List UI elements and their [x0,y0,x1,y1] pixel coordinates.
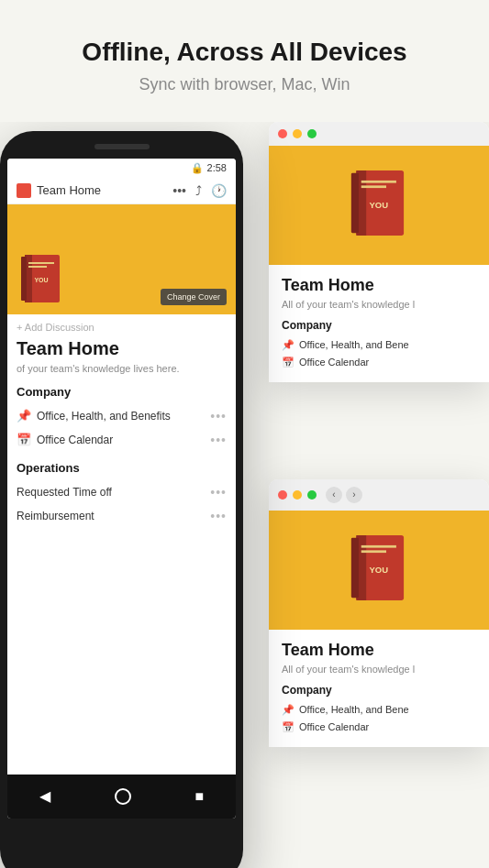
traffic-light-yellow-2[interactable] [293,490,302,500]
change-cover-button[interactable]: Change Cover [161,289,227,305]
nav-arrows: ‹ › [326,487,362,503]
bottom-nav: ◀ ■ [7,775,236,819]
hero-title: Offline, Across All Devices [18,37,471,68]
devices-container: 🔒 2:58 Team Home ••• ⤴ 🕐 [0,122,489,868]
status-bar: 🔒 2:58 [7,159,236,178]
status-time: 2:58 [207,162,227,173]
browser-list-item: 📅 Office Calendar [282,719,476,736]
svg-rect-9 [361,185,385,188]
add-discussion[interactable]: + Add Discussion [17,322,227,333]
cover-area: YOU Change Cover [7,204,236,314]
browser-list-item: 📅 Office Calendar [282,354,476,371]
back-button[interactable]: ◀ [39,787,50,805]
item-reimbursement[interactable]: Reimbursement [17,510,94,522]
pin-icon: 📌 [17,409,31,423]
browser-item-1[interactable]: Office, Health, and Bene [299,339,409,350]
list-item: Requested Time off ••• [17,480,227,504]
browser-book-2: YOU [350,535,409,604]
svg-rect-2 [28,262,54,264]
calendar-icon: 📅 [17,433,31,446]
browser-cover-1: YOU [269,146,489,265]
svg-rect-14 [361,545,395,548]
item-requested-time[interactable]: Requested Time off [17,486,112,499]
page-title: Team Home [17,338,227,359]
phone-wrapper: 🔒 2:58 Team Home ••• ⤴ 🕐 [0,122,243,868]
phone-screen: 🔒 2:58 Team Home ••• ⤴ 🕐 [7,159,236,819]
browser-pin-icon-2: 📌 [282,704,295,716]
svg-rect-8 [361,181,395,183]
item-office-calendar[interactable]: Office Calendar [37,434,113,446]
content-area: + Add Discussion Team Home of your team'… [7,314,236,791]
item-dots[interactable]: ••• [210,409,227,423]
browser-item-4[interactable]: Office Calendar [299,721,369,732]
svg-rect-15 [361,550,385,553]
svg-rect-3 [28,266,47,268]
traffic-light-yellow[interactable] [293,129,302,138]
home-button[interactable] [115,788,131,805]
browser-section-2: Company [282,684,476,697]
item-dots[interactable]: ••• [210,485,227,500]
browser-page-title-2: Team Home [282,641,476,660]
browser-item-2[interactable]: Office Calendar [299,357,369,368]
forward-arrow[interactable]: › [346,487,362,503]
item-dots[interactable]: ••• [210,509,227,523]
browser-titlebar-1 [269,122,489,146]
traffic-light-green[interactable] [307,129,317,138]
browser-window-1: YOU Team Home All of your team's knowled… [278,122,489,382]
app-title-icon [17,183,31,198]
cover-book: YOU [21,255,62,305]
history-icon[interactable]: 🕐 [211,183,227,198]
hero-subtitle: Sync with browser, Mac, Win [18,75,471,94]
browser-titlebar-2: ‹ › [269,479,489,511]
browser-cal-icon: 📅 [282,357,295,368]
browser-section-1: Company [282,319,476,332]
browser-page-title-1: Team Home [282,276,476,295]
browser-body-2: Team Home All of your team's knowledge l… [269,630,489,747]
app-header-right: ••• ⤴ 🕐 [172,183,227,198]
browser-page-desc-2: All of your team's knowledge l [282,664,476,675]
section-company: Company [17,385,227,399]
lock-icon: 🔒 [191,162,204,174]
browser-book-1: YOU [350,170,409,239]
svg-rect-10 [350,173,358,233]
item-office-health[interactable]: Office, Health, and Benefits [37,410,171,423]
app-header: Team Home ••• ⤴ 🕐 [7,178,236,204]
svg-text:YOU: YOU [369,565,388,575]
browser-mockup-2: ‹ › YOU [269,479,489,747]
svg-text:YOU: YOU [34,277,48,283]
app-header-left: Team Home [17,183,101,198]
browser-cover-2: YOU [269,511,489,630]
browser-mockup-1: YOU Team Home All of your team's knowled… [269,122,489,382]
browser-list-item: 📌 Office, Health, and Bene [282,336,476,354]
traffic-light-green-2[interactable] [307,490,317,500]
browser-pin-icon: 📌 [282,339,295,351]
browser-body-1: Team Home All of your team's knowledge l… [269,265,489,382]
browser-list-item: 📌 Office, Health, and Bene [282,701,476,719]
hero-section: Offline, Across All Devices Sync with br… [0,0,489,122]
phone-speaker [94,144,150,149]
list-item: Reimbursement ••• [17,504,227,528]
browser-page-desc-1: All of your team's knowledge l [282,299,476,310]
svg-rect-16 [350,538,358,598]
browser-window-2: ‹ › YOU [278,479,489,747]
svg-rect-4 [21,257,27,301]
share-icon[interactable]: ⤴ [195,183,202,198]
list-item: 📌 Office, Health, and Benefits ••• [17,404,227,428]
browser-cal-icon-2: 📅 [282,721,295,733]
app-header-title: Team Home [37,183,101,197]
list-item: 📅 Office Calendar ••• [17,428,227,452]
back-arrow[interactable]: ‹ [326,487,342,503]
section-operations: Operations [17,461,227,475]
svg-text:YOU: YOU [369,200,388,210]
page-desc: of your team's knowledge lives here. [17,363,227,374]
recents-button[interactable]: ■ [194,788,204,805]
browser-content-1: YOU Team Home All of your team's knowled… [269,146,489,382]
traffic-light-red[interactable] [278,129,287,138]
item-dots[interactable]: ••• [210,433,227,447]
traffic-light-red-2[interactable] [278,490,287,500]
phone-mockup: 🔒 2:58 Team Home ••• ⤴ 🕐 [0,131,243,868]
browser-content-2: YOU Team Home All of your team's knowled… [269,511,489,747]
browser-item-3[interactable]: Office, Health, and Bene [299,704,409,715]
more-icon[interactable]: ••• [172,183,186,198]
